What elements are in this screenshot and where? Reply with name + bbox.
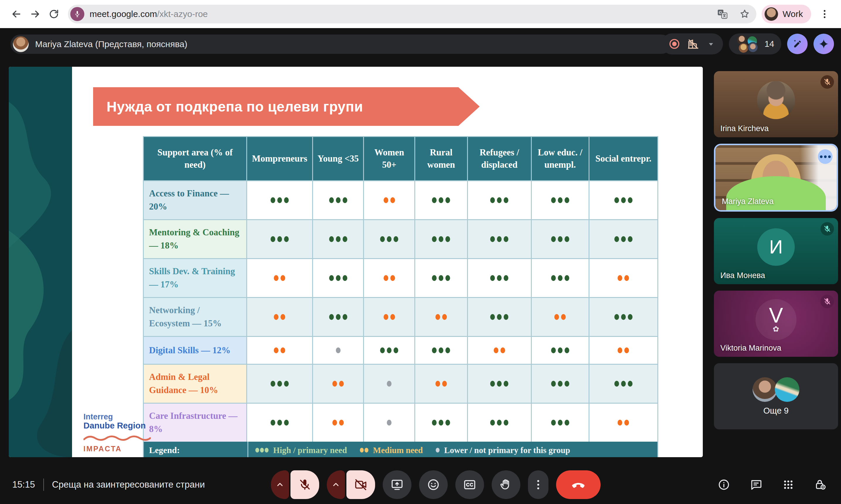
brand-letter: V bbox=[769, 306, 783, 325]
need-dot bbox=[617, 275, 622, 281]
bookmark-star-icon[interactable] bbox=[739, 8, 751, 20]
avatar bbox=[775, 377, 800, 402]
present-button[interactable] bbox=[383, 470, 411, 499]
table-body: Access to Finance — 20%Mentoring & Coach… bbox=[144, 181, 658, 442]
need-dot bbox=[490, 197, 495, 203]
need-dot bbox=[504, 314, 508, 320]
room-status-pill[interactable] bbox=[662, 33, 723, 54]
logo-wave-icon bbox=[84, 433, 151, 442]
need-level-cell bbox=[590, 181, 658, 219]
avatar bbox=[748, 42, 758, 53]
need-level-cell bbox=[468, 337, 531, 364]
need-dot bbox=[270, 197, 275, 203]
translate-icon[interactable]: G bbox=[717, 8, 728, 20]
camera-off-button[interactable] bbox=[346, 470, 375, 499]
need-dot bbox=[277, 381, 282, 386]
need-level-cell bbox=[468, 365, 531, 403]
gemini-button[interactable] bbox=[813, 34, 834, 54]
need-dot bbox=[501, 347, 505, 353]
camera-options-button[interactable] bbox=[327, 470, 345, 499]
captions-button[interactable] bbox=[455, 470, 484, 499]
need-dot bbox=[387, 236, 391, 242]
need-dot bbox=[435, 381, 440, 386]
row-label: Networking / Ecosystem — 15% bbox=[144, 298, 246, 336]
need-level-cell bbox=[415, 365, 467, 403]
host-controls-button[interactable] bbox=[813, 478, 827, 492]
overflow-avatars bbox=[753, 377, 800, 402]
participant-tile[interactable]: V✿Viktoria Marinova bbox=[714, 291, 838, 357]
need-dot bbox=[393, 236, 398, 242]
more-options-button[interactable] bbox=[528, 470, 548, 499]
need-dot bbox=[504, 381, 508, 386]
need-dot bbox=[445, 420, 450, 426]
camera-off-icon bbox=[354, 478, 368, 491]
table-row: Access to Finance — 20% bbox=[144, 181, 658, 219]
need-dot bbox=[281, 347, 285, 353]
need-dot bbox=[384, 314, 388, 320]
lock-person-icon bbox=[814, 478, 827, 491]
need-dot bbox=[497, 381, 502, 386]
participant-tile[interactable]: Mariya Zlateva bbox=[714, 144, 838, 212]
chat-button[interactable] bbox=[749, 478, 763, 492]
mic-mute-button[interactable] bbox=[291, 470, 319, 499]
take-notes-button[interactable] bbox=[787, 34, 808, 54]
need-level-cell bbox=[247, 403, 312, 442]
need-level-cell bbox=[415, 337, 467, 364]
companion-mode-off-icon bbox=[687, 37, 700, 50]
reactions-button[interactable] bbox=[419, 470, 448, 499]
end-call-button[interactable] bbox=[556, 470, 600, 499]
need-level-cell bbox=[590, 259, 658, 297]
need-level-cell bbox=[590, 403, 658, 442]
grid-icon bbox=[782, 478, 795, 491]
site-mic-badge[interactable] bbox=[70, 7, 84, 21]
mic-muted-badge bbox=[821, 75, 834, 89]
forward-button[interactable] bbox=[26, 5, 45, 23]
address-bar[interactable]: meet.google.com/xkt-azyo-roe G bbox=[68, 5, 756, 23]
divider bbox=[43, 479, 44, 491]
reload-button[interactable] bbox=[45, 5, 63, 23]
participants-button[interactable]: 14 bbox=[729, 33, 781, 54]
need-dot bbox=[274, 347, 279, 353]
back-button[interactable] bbox=[7, 5, 26, 23]
meet-topbar-actions: 14 bbox=[662, 33, 834, 54]
participant-tile[interactable]: Още 9 bbox=[714, 363, 838, 429]
need-dot bbox=[329, 236, 334, 242]
need-dot bbox=[564, 381, 569, 386]
present-screen-icon bbox=[390, 478, 404, 491]
participant-avatar bbox=[757, 81, 795, 119]
mic-options-button[interactable] bbox=[271, 470, 289, 499]
need-level-cell bbox=[313, 259, 363, 297]
need-dot bbox=[558, 347, 562, 353]
need-dot bbox=[439, 275, 443, 281]
need-level-cell bbox=[313, 298, 363, 336]
need-level-cell bbox=[364, 181, 414, 219]
need-dot bbox=[614, 314, 619, 320]
participant-tile[interactable]: Irina Kircheva bbox=[714, 71, 838, 137]
presenter-banner[interactable]: Mariya Zlateva (Представя, пояснява) bbox=[11, 35, 671, 54]
logo-line1: Interreg bbox=[84, 413, 180, 421]
meet-control-bar: 15:15 Среща на заинтересованите страни bbox=[0, 469, 841, 500]
need-dot bbox=[343, 236, 347, 242]
participants-sidebar: Irina KirchevaMariya ZlatevaИИва МоневаV… bbox=[714, 71, 838, 429]
need-level-cell bbox=[590, 337, 658, 364]
need-dot bbox=[628, 197, 632, 203]
activities-button[interactable] bbox=[781, 478, 795, 492]
tile-options-button[interactable] bbox=[818, 149, 833, 164]
kebab-menu-icon bbox=[819, 8, 830, 20]
chevron-down-icon[interactable] bbox=[706, 39, 716, 49]
browser-menu-button[interactable] bbox=[815, 5, 834, 23]
need-dot bbox=[564, 197, 569, 203]
browser-profile-chip[interactable]: Work bbox=[761, 5, 811, 23]
need-dot bbox=[558, 236, 562, 242]
mic-muted-badge bbox=[821, 295, 834, 308]
participant-tile[interactable]: ИИва Монева bbox=[714, 218, 838, 284]
row-label: Access to Finance — 20% bbox=[144, 181, 246, 219]
raise-hand-button[interactable] bbox=[492, 470, 520, 499]
meeting-details-button[interactable] bbox=[717, 478, 731, 492]
need-level-cell bbox=[532, 181, 589, 219]
need-dot bbox=[445, 197, 450, 203]
row-label: Skills Dev. & Training — 17% bbox=[144, 259, 246, 297]
need-dot bbox=[504, 197, 508, 203]
microphone-control bbox=[271, 470, 319, 499]
presenter-avatar bbox=[13, 36, 29, 52]
